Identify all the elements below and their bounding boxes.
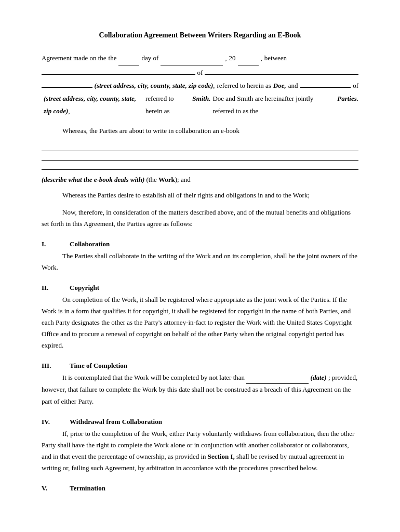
section-i-num: I. [42,240,57,248]
section-v-heading: V. Termination [42,484,358,493]
section-ii-body: On completion of the Work, it shall be r… [42,294,358,351]
section-ii-heading: II. Copyright [42,284,358,292]
section-ii-num: II. [42,284,57,292]
blank-line-1 [42,142,358,151]
section-i-heading: I. Collaboration [42,240,358,248]
intro-day-blank [118,52,139,65]
intro-jointly: Doe and Smith are hereinafter jointly re… [212,92,335,117]
section-ii: II. Copyright On completion of the Work,… [42,284,358,351]
whereas-para-1: Whereas, the Parties are about to write … [42,125,358,137]
section-i: I. Collaboration The Parties shall colla… [42,240,358,273]
intro-doe: Doe, [273,79,286,91]
describe-work-line: (describe what the e-book deals with) (t… [42,174,358,185]
agreement-intro: Agreement made on the the day of , 20 , … [42,52,358,117]
document-page: Collaboration Agreement Between Writers … [0,0,400,532]
section-iii-heading: III. Time of Completion [42,362,358,370]
describe-label: (describe what the e-book deals with) [42,176,144,183]
now-therefore-para: Now, therefore, in consideration of the … [42,207,358,230]
the-work-text: (the Work); and [146,176,191,183]
intro-of1: of [197,66,203,78]
section-iii-num: III. [42,362,57,370]
intro-address-label2: (street address, city, county, state, zi… [44,92,143,117]
whereas-para-2: Whereas the Parties desire to establish … [42,190,358,201]
section-i-body: The Parties shall collaborate in the wri… [42,250,358,273]
section-v-num: V. [42,484,57,493]
section-iii-date-blank [246,372,309,384]
intro-referred-smith: referred to herein as [145,92,190,117]
section-iv: IV. Withdrawal from Collaboration If, pr… [42,418,358,474]
party1-name-line [42,74,195,75]
section-ii-title: Copyright [70,284,99,292]
section-iv-title: Withdrawal from Collaboration [70,418,162,426]
section-iii-body-pre: It is contemplated that the Work will be… [62,374,245,381]
section-iii-date-label: (date) [311,374,327,381]
section-v: V. Termination [42,484,358,493]
intro-agreement-made: Agreement made on the [42,52,106,65]
intro-address-label: (street address, city, county, state, zi… [95,79,215,91]
section-iv-num: IV. [42,418,57,426]
blank-line-2 [42,151,358,161]
intro-and: and [288,79,298,91]
intro-referred-doe: referred to herein as [217,79,271,91]
party1-address-line1 [205,74,358,75]
party1-address-line2 [42,87,92,88]
intro-parties: Parties. [337,92,358,104]
section-i-title: Collaboration [70,240,110,248]
document-title: Collaboration Agreement Between Writers … [42,31,358,39]
intro-date-blank [161,52,223,65]
intro-day-of: day of [141,52,158,65]
section-iii: III. Time of Completion It is contemplat… [42,362,358,407]
intro-year-blank [238,52,259,65]
section-v-title: Termination [70,484,105,493]
section-iii-title: Time of Completion [70,362,127,370]
ebook-description-blanks [42,142,358,170]
section-iv-body: If, prior to the completion of the Work,… [42,428,358,474]
intro-between: between [264,52,287,65]
party2-name-line [300,87,351,88]
intro-of2: of [353,79,358,91]
intro-20: 20 [229,52,236,65]
intro-smith: Smith. [192,92,210,104]
intro-the: the [109,52,117,65]
blank-line-3 [42,161,358,170]
section-iv-heading: IV. Withdrawal from Collaboration [42,418,358,426]
section-iii-body: It is contemplated that the Work will be… [42,372,358,407]
